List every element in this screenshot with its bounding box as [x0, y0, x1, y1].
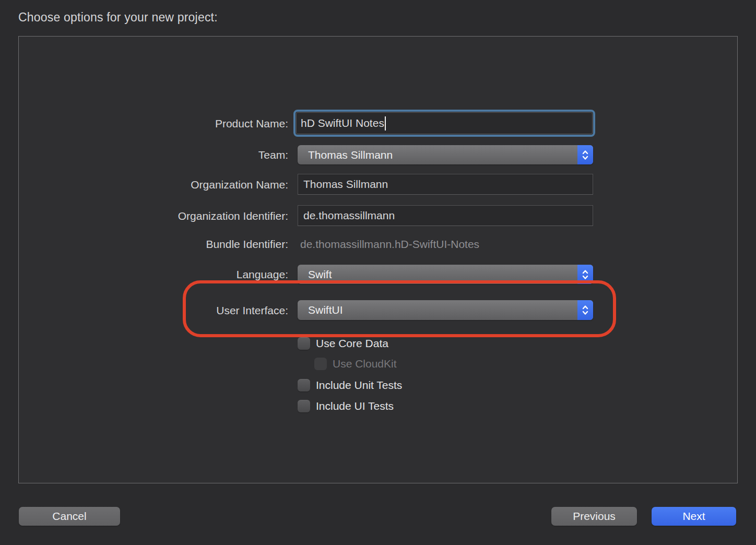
organization-identifier-input[interactable]: de.thomassillmann	[298, 205, 593, 226]
product-name-value: hD SwiftUI Notes	[301, 117, 384, 129]
bundle-identifier-value: de.thomassillmann.hD-SwiftUI-Notes	[300, 238, 479, 251]
include-ui-tests-label: Include UI Tests	[316, 400, 394, 412]
chevron-up-down-icon[interactable]	[577, 300, 593, 320]
use-core-data-checkbox[interactable]	[298, 337, 310, 350]
include-ui-tests-row: Include UI Tests	[298, 399, 394, 413]
language-dropdown[interactable]: Swift	[298, 265, 593, 284]
cancel-button[interactable]: Cancel	[19, 507, 120, 526]
team-dropdown[interactable]: Thomas Sillmann	[298, 145, 593, 164]
product-name-input[interactable]: hD SwiftUI Notes	[296, 112, 593, 134]
include-ui-tests-checkbox[interactable]	[298, 400, 310, 412]
team-dropdown-value: Thomas Sillmann	[308, 145, 393, 164]
previous-button[interactable]: Previous	[551, 507, 637, 526]
use-core-data-row: Use Core Data	[298, 337, 388, 350]
team-label: Team:	[17, 149, 288, 161]
options-panel	[18, 36, 738, 483]
chevron-up-down-icon[interactable]	[577, 145, 593, 164]
organization-identifier-label: Organization Identifier:	[17, 210, 288, 222]
product-name-focus-ring: hD SwiftUI Notes	[293, 110, 595, 137]
text-cursor	[385, 116, 386, 131]
user-interface-label: User Interface:	[17, 304, 288, 317]
user-interface-dropdown-value: SwiftUI	[308, 300, 343, 320]
next-button[interactable]: Next	[652, 507, 736, 526]
use-cloudkit-label: Use CloudKit	[333, 358, 397, 370]
include-unit-tests-label: Include Unit Tests	[316, 379, 402, 392]
chevron-up-down-icon[interactable]	[577, 265, 593, 284]
new-project-options-dialog: Choose options for your new project: Pro…	[0, 0, 756, 545]
product-name-label: Product Name:	[17, 117, 288, 130]
page-title: Choose options for your new project:	[18, 10, 218, 25]
language-dropdown-value: Swift	[308, 265, 332, 284]
include-unit-tests-checkbox[interactable]	[298, 379, 310, 392]
organization-name-value: Thomas Sillmann	[303, 178, 388, 191]
organization-name-input[interactable]: Thomas Sillmann	[298, 174, 593, 195]
bundle-identifier-label: Bundle Identifier:	[17, 238, 288, 251]
use-cloudkit-row: Use CloudKit	[314, 357, 397, 371]
language-label: Language:	[17, 268, 288, 281]
use-cloudkit-checkbox	[314, 358, 327, 370]
user-interface-dropdown[interactable]: SwiftUI	[298, 300, 593, 320]
use-core-data-label: Use Core Data	[316, 337, 388, 350]
include-unit-tests-row: Include Unit Tests	[298, 378, 402, 392]
organization-identifier-value: de.thomassillmann	[303, 209, 395, 222]
organization-name-label: Organization Name:	[17, 179, 288, 191]
